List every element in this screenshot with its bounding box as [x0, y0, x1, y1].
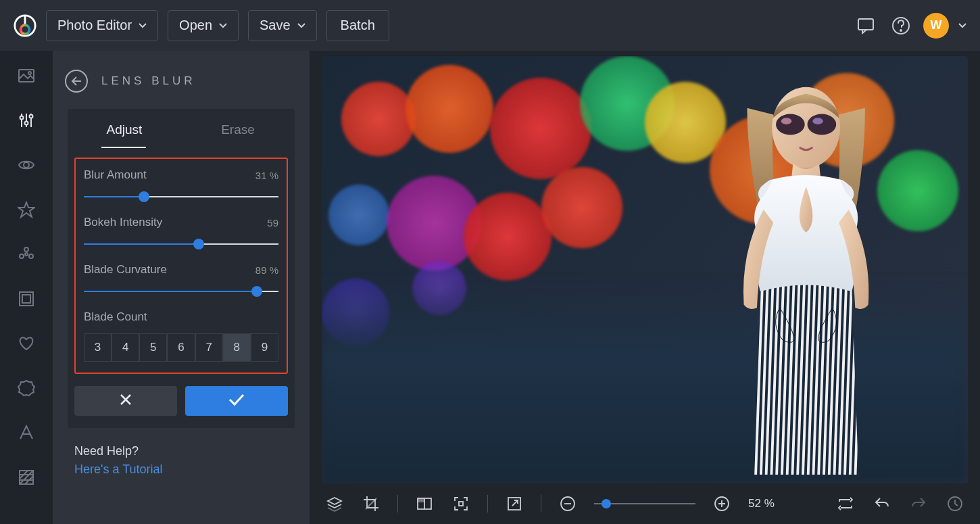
- zoom-in-button[interactable]: [712, 494, 732, 514]
- chevron-down-icon: [297, 23, 305, 28]
- rail-eye-icon[interactable]: [16, 155, 36, 175]
- rail-heart-icon[interactable]: [16, 333, 36, 354]
- x-icon: [119, 393, 132, 409]
- open-button[interactable]: Open: [168, 10, 239, 41]
- open-label: Open: [179, 18, 212, 33]
- svg-point-13: [25, 253, 28, 256]
- svg-point-9: [24, 162, 29, 168]
- canvas-image[interactable]: [322, 56, 968, 483]
- fullscreen-icon[interactable]: [451, 494, 471, 514]
- blur-amount-slider[interactable]: [84, 191, 278, 202]
- zoom-out-button[interactable]: [558, 494, 578, 514]
- bokeh-intensity-slider[interactable]: [84, 239, 278, 249]
- rail-star-icon[interactable]: [16, 199, 36, 220]
- rail-texture-icon[interactable]: [16, 467, 36, 487]
- undo-button[interactable]: [872, 494, 892, 514]
- loop-icon[interactable]: [835, 494, 856, 514]
- back-button[interactable]: [65, 70, 88, 93]
- chevron-down-icon: [219, 23, 227, 28]
- app-logo: [14, 14, 36, 37]
- svg-point-5: [28, 72, 31, 74]
- chevron-down-icon: [139, 23, 147, 28]
- layers-icon[interactable]: [324, 494, 345, 514]
- controls-highlight-box: Blur Amount 31 % Bokeh Intensity 59: [74, 158, 288, 374]
- bokeh-intensity-value: 59: [267, 217, 278, 229]
- history-icon[interactable]: [945, 494, 965, 514]
- crop-icon[interactable]: [361, 494, 381, 514]
- svg-rect-15: [22, 295, 30, 303]
- help-tutorial-link[interactable]: Here's a Tutorial: [74, 462, 288, 477]
- rail-image-icon[interactable]: [16, 66, 36, 86]
- svg-point-8: [30, 115, 33, 118]
- blur-amount-value: 31 %: [255, 170, 278, 181]
- svg-rect-1: [858, 19, 873, 30]
- rail-frame-icon[interactable]: [16, 289, 36, 309]
- blade-count-row: 3 4 5 6 7 8 9: [84, 333, 278, 362]
- svg-rect-4: [19, 70, 34, 82]
- control-blur-amount: Blur Amount 31 %: [84, 168, 278, 202]
- svg-point-11: [20, 254, 24, 258]
- help-title: Need Help?: [74, 444, 288, 458]
- svg-point-10: [24, 247, 28, 252]
- chevron-down-icon[interactable]: [958, 23, 966, 28]
- rail-text-icon[interactable]: [16, 423, 36, 443]
- svg-point-22: [781, 118, 792, 124]
- svg-rect-25: [418, 498, 424, 502]
- rail-badge-icon[interactable]: [16, 378, 36, 398]
- svg-point-6: [20, 116, 24, 120]
- apply-button[interactable]: [185, 386, 288, 416]
- blade-count-6[interactable]: 6: [167, 333, 195, 362]
- blade-count-4[interactable]: 4: [112, 333, 139, 362]
- svg-point-12: [29, 254, 33, 258]
- popout-icon[interactable]: [504, 494, 524, 514]
- blade-curvature-label: Blade Curvature: [84, 263, 167, 277]
- control-blade-curvature: Blade Curvature 89 %: [84, 263, 278, 297]
- panel-title: LENS BLUR: [101, 74, 195, 88]
- cancel-button[interactable]: [74, 386, 177, 416]
- zoom-slider[interactable]: [594, 498, 695, 509]
- bottom-toolbar: 52 %: [310, 483, 980, 524]
- tab-erase[interactable]: Erase: [181, 109, 295, 147]
- compare-icon[interactable]: [414, 494, 435, 514]
- app-mode-label: Photo Editor: [57, 18, 132, 33]
- topbar: Photo Editor Open Save Batch W: [0, 0, 980, 51]
- svg-point-23: [813, 118, 824, 124]
- redo-button[interactable]: [908, 494, 929, 514]
- blade-count-7[interactable]: 7: [195, 333, 223, 362]
- save-button[interactable]: Save: [248, 10, 317, 41]
- svg-point-3: [900, 30, 902, 31]
- save-label: Save: [260, 18, 291, 33]
- blade-curvature-value: 89 %: [255, 264, 278, 276]
- blade-count-9[interactable]: 9: [251, 333, 278, 362]
- blade-count-5[interactable]: 5: [139, 333, 167, 362]
- rail-adjust-icon[interactable]: [16, 110, 36, 130]
- batch-label: Batch: [341, 18, 375, 33]
- tab-adjust[interactable]: Adjust: [68, 109, 181, 147]
- blade-count-3[interactable]: 3: [84, 333, 112, 362]
- blade-curvature-slider[interactable]: [84, 286, 278, 297]
- tool-rail: [0, 51, 53, 524]
- svg-point-7: [25, 122, 28, 125]
- check-icon: [228, 393, 245, 409]
- bokeh-intensity-label: Bokeh Intensity: [84, 216, 162, 229]
- batch-button[interactable]: Batch: [326, 10, 389, 41]
- blade-count-label: Blade Count: [84, 310, 147, 324]
- user-avatar[interactable]: W: [923, 13, 949, 39]
- side-panel: LENS BLUR Adjust Erase Blur Amount 31 %: [53, 51, 310, 524]
- avatar-letter: W: [931, 18, 942, 32]
- svg-point-21: [808, 114, 837, 135]
- svg-point-0: [20, 25, 29, 34]
- svg-rect-26: [459, 502, 463, 506]
- zoom-percent-label: 52 %: [748, 497, 782, 510]
- control-blade-count: Blade Count 3 4 5 6 7 8 9: [84, 310, 278, 362]
- control-bokeh-intensity: Bokeh Intensity 59: [84, 216, 278, 249]
- blur-amount-label: Blur Amount: [84, 168, 147, 182]
- svg-point-20: [776, 114, 805, 135]
- app-mode-selector[interactable]: Photo Editor: [46, 10, 158, 41]
- help-icon[interactable]: [888, 13, 914, 39]
- feedback-icon[interactable]: [853, 13, 879, 39]
- blade-count-8[interactable]: 8: [223, 333, 251, 362]
- rail-effects-icon[interactable]: [16, 244, 36, 264]
